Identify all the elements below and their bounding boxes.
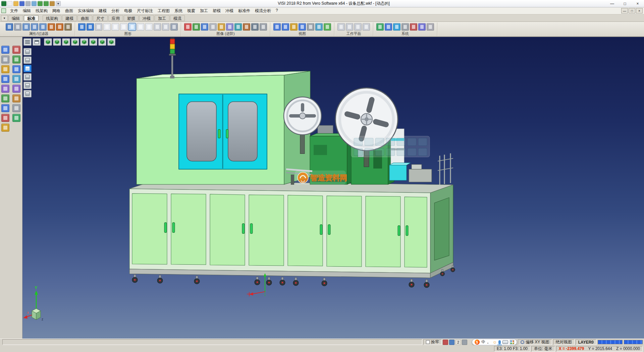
mdi-restore-button[interactable]: □ [629,8,635,13]
ribbon-tab[interactable]: 应用 [108,15,123,21]
active-layer-indicator[interactable]: LAYER0 [576,339,596,345]
image-film-icon[interactable] [209,23,217,31]
hatch-icon[interactable] [1,114,9,122]
minimize-button[interactable]: — [606,0,619,7]
image-layers-icon[interactable] [234,23,242,31]
line-icon[interactable] [12,65,20,73]
image-camera-icon[interactable] [251,23,259,31]
view-axonometric-icon[interactable] [107,38,115,46]
move-icon[interactable] [1,85,9,93]
menu-item[interactable]: 分析 [109,7,122,14]
filter-add-icon[interactable] [56,23,63,31]
zoom-select-icon[interactable] [1,46,9,54]
plot-page-icon[interactable] [170,23,178,31]
viewport-canvas[interactable]: 智造资料网 Y [22,37,644,339]
image-color-icon[interactable] [201,23,208,31]
transparent-display-icon[interactable] [23,90,32,97]
ribbon-tab[interactable]: 模流 [170,15,185,21]
workplane-view-indicator[interactable]: 偏移 XY 视图 [518,339,552,345]
color-indicator[interactable] [624,340,643,344]
undo-icon[interactable] [38,1,43,6]
menu-item[interactable]: 线架构 [33,7,50,14]
menu-item[interactable]: 网格 [50,7,63,14]
fillet-icon[interactable] [12,75,20,83]
page-preview-icon[interactable] [154,23,161,31]
customize-toolbar-icon[interactable]: ▾ [56,1,61,6]
regen-all-icon[interactable] [87,23,94,31]
offset-icon[interactable] [12,94,20,102]
texture-icon[interactable] [410,23,417,31]
menu-item[interactable]: 冲模 [223,7,236,14]
ribbon-tab[interactable]: 尺寸 [93,15,108,21]
ribbon-tab[interactable]: 建模 [62,15,77,21]
print-icon[interactable] [25,1,31,6]
menu-item[interactable]: 模流分析 [253,7,273,14]
mask-icon[interactable] [401,23,409,31]
system-grid-icon[interactable] [418,23,426,31]
view-top-icon[interactable] [44,38,52,46]
menu-item[interactable]: 编辑 [20,7,33,14]
sogou-logo-icon[interactable]: S [475,340,480,345]
image-star-icon[interactable] [218,23,225,31]
workplane-align-icon[interactable] [354,23,362,31]
view-pan-icon[interactable] [273,23,281,31]
menu-item[interactable]: 视窗 [185,7,198,14]
wireframe-display-icon[interactable] [23,73,32,81]
mirror-icon[interactable] [1,94,9,102]
paintbrush-icon[interactable] [6,23,13,31]
line-width-indicator[interactable] [598,340,623,344]
plotter-tray-icon[interactable] [443,340,448,345]
view-zoom-icon[interactable] [282,23,289,31]
performance-icon[interactable] [427,23,434,31]
ribbon-tab[interactable]: 标准 [24,15,39,21]
close-button[interactable]: × [631,0,644,7]
menu-item[interactable]: 曲面 [63,7,75,14]
image-edit-icon[interactable] [193,23,200,31]
layers-icon[interactable] [12,114,20,122]
text-icon[interactable] [12,104,20,112]
ribbon-tab[interactable]: 线架构 [43,15,61,21]
ime-mode-icon[interactable]: 中 [481,339,485,345]
view-filter-icon[interactable] [307,23,314,31]
view-shade-icon[interactable] [315,23,323,31]
link-icon[interactable] [22,23,30,31]
rotate-icon[interactable] [12,85,20,93]
ime-emoji-icon[interactable]: ☺ [493,340,497,345]
filter-reset-icon[interactable] [64,23,72,31]
view-iso-sw-icon[interactable] [98,38,106,46]
sync-tray-icon[interactable] [449,340,454,345]
workplane-view-icon[interactable] [363,23,370,31]
ribbon-tab[interactable]: 曲面 [77,15,92,21]
palette-icon[interactable] [1,124,9,132]
view-dynamic-icon[interactable] [299,23,306,31]
ime-punct-icon[interactable]: 。 [487,339,491,345]
copy-image-icon[interactable] [95,23,102,31]
view-iso-nw-icon[interactable] [80,38,88,46]
menu-item[interactable]: 文件 [8,7,20,14]
ime-keyboard-icon[interactable] [502,340,508,344]
menu-item[interactable]: ? [273,7,280,14]
settings-icon[interactable] [50,1,55,6]
view-cube-icon[interactable] [324,23,331,31]
trim-icon[interactable] [12,55,20,63]
snap-grid-icon[interactable] [1,55,9,63]
circle-icon[interactable] [1,75,9,83]
shaded-display-icon[interactable] [23,65,32,72]
globe-icon[interactable] [393,23,400,31]
redo-icon[interactable] [44,1,49,6]
page-grid-icon[interactable] [137,23,144,31]
menu-item[interactable]: 塑模 [210,7,223,14]
open-file-icon[interactable] [13,1,18,6]
menu-item[interactable]: 工程图 [155,7,172,14]
link-group-icon[interactable] [39,23,47,31]
lock-toggle[interactable]: 拴牢 [423,339,442,345]
image-export-icon[interactable] [243,23,250,31]
mdi-minimize-button[interactable]: — [621,8,628,13]
hidden-line-icon[interactable] [23,82,32,89]
tray-grid-icon[interactable] [462,340,467,345]
document-icon[interactable] [1,8,6,13]
view-iso-ne-icon[interactable] [71,38,79,46]
menu-item[interactable]: 系统 [172,7,185,14]
dimension-icon[interactable] [1,104,9,112]
menu-item[interactable]: 加工 [198,7,210,14]
